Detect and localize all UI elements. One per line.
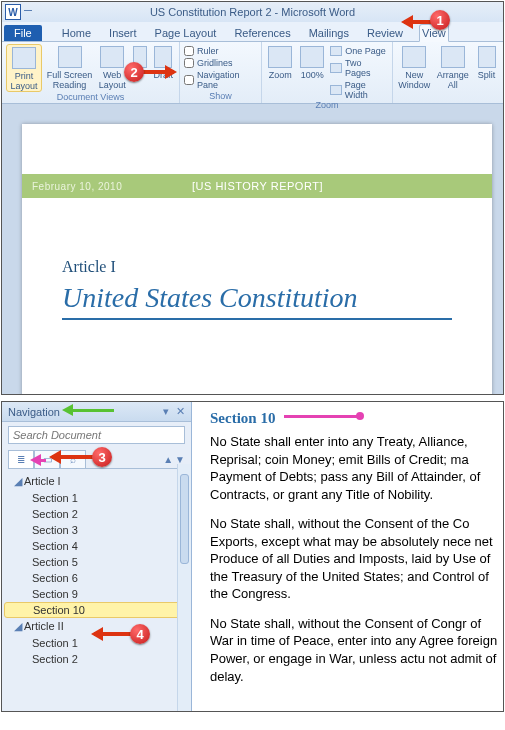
chk-gridlines-label: Gridlines: [197, 58, 233, 68]
page: February 10, 2010 [US HISTORY REPORT] Ar…: [22, 124, 492, 394]
split-icon: [478, 46, 496, 68]
chk-navpane-label: Navigation Pane: [197, 70, 257, 90]
word-app-icon: W: [5, 4, 21, 20]
window-title: US Constitution Report 2 - Microsoft Wor…: [150, 6, 355, 18]
tab-home[interactable]: Home: [60, 25, 93, 41]
one-page-label: One Page: [345, 46, 386, 56]
nav-tab-results[interactable]: ⌕: [60, 450, 86, 468]
one-page-icon: [330, 46, 342, 56]
new-window-label: New Window: [398, 70, 430, 90]
ribbon-tabs: File Home Insert Page Layout References …: [2, 22, 503, 42]
tab-page-layout[interactable]: Page Layout: [153, 25, 219, 41]
btn-new-window[interactable]: New Window: [397, 44, 432, 90]
page-header-band: February 10, 2010 [US HISTORY REPORT]: [22, 174, 492, 198]
group-label-zoom: Zoom: [266, 100, 388, 110]
btn-arrange-all[interactable]: Arrange All: [436, 44, 471, 90]
tab-file[interactable]: File: [4, 25, 42, 41]
arrange-all-label: Arrange All: [437, 70, 469, 90]
group-label-show: Show: [184, 91, 257, 101]
nav-node-section-5[interactable]: Section 5: [4, 554, 189, 570]
nav-search: [8, 426, 185, 444]
chk-ruler-label: Ruler: [197, 46, 219, 56]
group-zoom: Zoom 100% One Page Two Pages Page Width …: [262, 42, 393, 103]
btn-zoom[interactable]: Zoom: [266, 44, 294, 80]
expand-icon[interactable]: ◢: [14, 620, 24, 633]
nav-scrollbar-thumb[interactable]: [180, 474, 189, 564]
nav-node-section-3[interactable]: Section 3: [4, 522, 189, 538]
btn-full-screen-reading[interactable]: Full Screen Reading: [46, 44, 93, 90]
new-window-icon: [402, 46, 426, 68]
nav-node-label: Section 3: [32, 524, 78, 536]
nav-pane-header: Navigation ▾ ✕: [2, 402, 191, 422]
article-heading: Article I: [62, 258, 452, 276]
expand-icon[interactable]: ◢: [14, 475, 24, 488]
nav-scrollbar[interactable]: [177, 464, 191, 711]
nav-pane-screenshot: Navigation ▾ ✕ ≣ ▭ ⌕ ▲ ▼ ◢Article ISecti…: [1, 401, 504, 712]
chk-navigation-pane[interactable]: Navigation Pane: [184, 70, 257, 90]
document-title: United States Constitution: [62, 282, 452, 320]
arrange-all-icon: [441, 46, 465, 68]
btn-zoom-label: Zoom: [269, 70, 292, 80]
tab-references[interactable]: References: [232, 25, 292, 41]
nav-next-icon[interactable]: ▼: [175, 454, 185, 465]
page-width-icon: [330, 85, 341, 95]
qat-dropdown-icon[interactable]: [24, 10, 32, 15]
btn-print-layout[interactable]: Print Layout: [6, 44, 42, 92]
nav-pane-menu-icon[interactable]: ▾: [161, 405, 171, 418]
navigation-pane: Navigation ▾ ✕ ≣ ▭ ⌕ ▲ ▼ ◢Article ISecti…: [2, 402, 192, 711]
group-label-views: Document Views: [6, 92, 175, 102]
document-area: February 10, 2010 [US HISTORY REPORT] Ar…: [2, 104, 503, 394]
btn-zoom-100[interactable]: 100%: [298, 44, 326, 80]
nav-node-section-10[interactable]: Section 10: [4, 602, 189, 618]
ribbon-screenshot: W US Constitution Report 2 - Microsoft W…: [1, 1, 504, 395]
tab-insert[interactable]: Insert: [107, 25, 139, 41]
nav-node-section-2[interactable]: Section 2: [4, 506, 189, 522]
btn-full-screen-label: Full Screen Reading: [47, 70, 93, 90]
page-width-label: Page Width: [345, 80, 388, 100]
nav-node-label: Section 9: [32, 588, 78, 600]
btn-zoom-100-label: 100%: [301, 70, 324, 80]
nav-node-label: Section 4: [32, 540, 78, 552]
nav-node-section-1[interactable]: Section 1: [4, 490, 189, 506]
nav-node-label: Article I: [24, 475, 61, 487]
btn-web-layout[interactable]: Web Layout: [97, 44, 128, 90]
tab-mailings[interactable]: Mailings: [307, 25, 351, 41]
zoom-100-icon: [300, 46, 324, 68]
btn-page-width[interactable]: Page Width: [330, 80, 388, 100]
print-layout-icon: [12, 47, 36, 69]
zoom-icon: [268, 46, 292, 68]
annotation-badge-3: 3: [92, 447, 112, 467]
nav-node-article-i[interactable]: ◢Article I: [4, 473, 189, 490]
btn-print-layout-label: Print Layout: [11, 71, 38, 91]
nav-node-section-2[interactable]: Section 2: [4, 651, 189, 667]
btn-web-layout-label: Web Layout: [99, 70, 126, 90]
btn-two-pages[interactable]: Two Pages: [330, 58, 388, 78]
nav-node-label: Section 2: [32, 508, 78, 520]
btn-one-page[interactable]: One Page: [330, 46, 388, 56]
nav-node-label: Section 5: [32, 556, 78, 568]
annotation-badge-4: 4: [130, 624, 150, 644]
header-title: [US HISTORY REPORT]: [192, 180, 323, 192]
paragraph-1: No State shall enter into any Treaty, Al…: [210, 433, 503, 503]
search-input[interactable]: [8, 426, 185, 444]
annotation-badge-1: 1: [430, 10, 450, 30]
nav-node-label: Article II: [24, 620, 64, 632]
nav-node-section-9[interactable]: Section 9: [4, 586, 189, 602]
group-show: Ruler Gridlines Navigation Pane Show: [180, 42, 262, 103]
nav-pane-close-icon[interactable]: ✕: [175, 405, 185, 418]
split-label: Split: [478, 70, 496, 80]
two-pages-label: Two Pages: [345, 58, 388, 78]
group-window: New Window Arrange All Split: [393, 42, 503, 103]
nav-node-label: Section 1: [32, 637, 78, 649]
chk-ruler[interactable]: Ruler: [184, 46, 257, 56]
nav-node-label: Section 10: [33, 604, 85, 616]
ribbon: Print Layout Full Screen Reading Web Lay…: [2, 42, 503, 104]
nav-prev-icon[interactable]: ▲: [163, 454, 173, 465]
nav-node-section-4[interactable]: Section 4: [4, 538, 189, 554]
nav-headings-tree: ◢Article ISection 1Section 2Section 3Sec…: [2, 469, 191, 711]
nav-node-section-6[interactable]: Section 6: [4, 570, 189, 586]
chk-gridlines[interactable]: Gridlines: [184, 58, 257, 68]
paragraph-3: No State shall, without the Consent of C…: [210, 615, 503, 685]
btn-split[interactable]: Split: [474, 44, 499, 80]
nav-node-label: Section 6: [32, 572, 78, 584]
